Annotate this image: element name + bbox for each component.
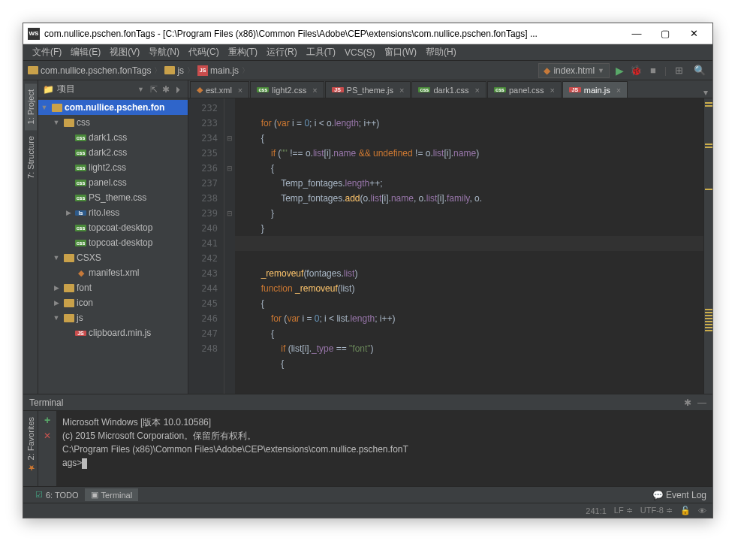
lock-icon[interactable]: 🔓 <box>680 506 691 515</box>
collapse-icon[interactable]: ⇱ <box>150 84 158 95</box>
code-editor[interactable]: for (var i = 0; i < o.length; i++) { if … <box>235 98 703 394</box>
cursor <box>82 458 87 469</box>
project-sidebar: 📁 项目 ▼ ⇱ ✱ ⏵ ▼com.nullice.pschen.fon ▼cs… <box>38 80 188 394</box>
todo-tab[interactable]: ☑6: TODO <box>29 488 85 501</box>
search-icon[interactable]: 🔍 <box>691 65 708 76</box>
tree-file[interactable]: JSclipboard.min.js <box>38 325 188 340</box>
app-icon: WS <box>28 28 40 40</box>
titlebar: WS com.nullice.pschen.fonTags - [C:\Prog… <box>23 23 712 44</box>
bottom-toolbar: ☑6: TODO ▣Terminal 💬 Event Log <box>23 486 712 503</box>
close-terminal-button[interactable]: ✕ <box>44 431 51 441</box>
menu-file[interactable]: 文件(F) <box>28 44 66 60</box>
ide-window: WS com.nullice.pschen.fonTags - [C:\Prog… <box>23 23 713 518</box>
tree-file[interactable]: ▶lsrito.less <box>38 205 188 220</box>
sidebar-header: 📁 项目 ▼ ⇱ ✱ ⏵ <box>38 80 188 98</box>
gear-icon[interactable]: ✱ <box>162 84 170 95</box>
editor-body[interactable]: 232 233 234 235 236 237 238 239 240 241 … <box>188 98 712 394</box>
event-log-button[interactable]: 💬 Event Log <box>652 490 706 500</box>
project-tree: ▼com.nullice.pschen.fon ▼css cssdark1.cs… <box>38 98 188 394</box>
menu-edit[interactable]: 编辑(E) <box>66 44 105 60</box>
tree-folder-js[interactable]: ▼js <box>38 310 188 325</box>
encoding[interactable]: UTF-8 ≑ <box>640 506 673 515</box>
gear-icon[interactable]: ✱ <box>684 397 691 408</box>
favorites-tab[interactable]: ★2: Favorites <box>24 411 37 479</box>
editor-tab[interactable]: cssdark1.css× <box>411 81 486 98</box>
cursor-position[interactable]: 241:1 <box>586 506 607 515</box>
tree-root[interactable]: ▼com.nullice.pschen.fon <box>38 100 188 115</box>
sidebar-title: 项目 <box>57 83 137 95</box>
tree-file[interactable]: csspanel.css <box>38 175 188 190</box>
folder-icon <box>164 66 175 74</box>
close-button[interactable]: ✕ <box>679 24 708 44</box>
tabs-dropdown-icon[interactable]: ▾ <box>699 87 712 98</box>
editor-tab-active[interactable]: JSmain.js× <box>562 81 628 98</box>
stop-button[interactable]: ■ <box>648 65 658 76</box>
folder-icon <box>28 66 38 74</box>
tree-file[interactable]: ◆manifest.xml <box>38 265 188 280</box>
menubar: 文件(F) 编辑(E) 视图(V) 导航(N) 代码(C) 重构(T) 运行(R… <box>23 44 712 61</box>
hide-icon[interactable]: ⏵ <box>174 84 183 95</box>
maximize-button[interactable]: ▢ <box>651 24 679 44</box>
navbar: com.nullice.pschen.fonTags 〉 js 〉 JSmain… <box>23 61 712 80</box>
terminal-panel: Terminal ✱ — ★2: Favorites + ✕ Microsoft… <box>23 394 712 486</box>
editor-tab[interactable]: csslight2.css× <box>250 81 324 98</box>
close-tab-icon[interactable]: × <box>312 86 317 95</box>
editor-tab[interactable]: ◆est.xml× <box>190 81 249 98</box>
hide-icon[interactable]: — <box>697 397 706 408</box>
tree-folder-font[interactable]: ▶font <box>38 280 188 295</box>
menu-vcs[interactable]: VCS(S) <box>340 46 380 59</box>
tree-file[interactable]: cssdark1.css <box>38 130 188 145</box>
editor-tab[interactable]: JSPS_theme.js× <box>325 81 411 98</box>
minimap-scrollbar[interactable] <box>703 98 712 394</box>
menu-help[interactable]: 帮助(H) <box>421 44 461 60</box>
tree-file[interactable]: csstopcoat-desktop <box>38 235 188 250</box>
terminal-title: Terminal <box>29 397 684 408</box>
menu-code[interactable]: 代码(C) <box>184 44 224 60</box>
run-config-dropdown[interactable]: ◆index.html▼ <box>538 63 610 78</box>
tree-folder-css[interactable]: ▼css <box>38 115 188 130</box>
layout-icon[interactable]: ⊞ <box>673 65 685 76</box>
editor-area: ◆est.xml× csslight2.css× JSPS_theme.js× … <box>188 80 712 394</box>
chevron-right-icon: 〉 <box>187 65 194 76</box>
close-tab-icon[interactable]: × <box>550 86 554 95</box>
menu-window[interactable]: 窗口(W) <box>380 44 421 60</box>
project-tool-tab[interactable]: 1: Project <box>25 83 37 130</box>
chevron-right-icon: 〉 <box>242 65 249 76</box>
tree-file[interactable]: csstopcoat-desktop <box>38 220 188 235</box>
minimize-button[interactable]: — <box>622 24 651 44</box>
statusbar: 241:1 LF ≑ UTF-8 ≑ 🔓 👁 <box>23 503 712 518</box>
menu-navigate[interactable]: 导航(N) <box>144 44 184 60</box>
breadcrumb-file[interactable]: JSmain.js <box>197 65 239 76</box>
inspector-icon[interactable]: 👁 <box>698 506 706 515</box>
close-tab-icon[interactable]: × <box>616 86 621 95</box>
favorites-gutter: ★2: Favorites <box>23 411 38 486</box>
close-tab-icon[interactable]: × <box>399 86 404 95</box>
close-tab-icon[interactable]: × <box>238 86 242 95</box>
breadcrumb-folder[interactable]: js <box>164 65 184 76</box>
terminal-tab[interactable]: ▣Terminal <box>85 488 139 501</box>
editor-tabs: ◆est.xml× csslight2.css× JSPS_theme.js× … <box>188 80 712 98</box>
line-separator[interactable]: LF ≑ <box>614 506 633 515</box>
breadcrumb: com.nullice.pschen.fonTags 〉 js 〉 JSmain… <box>28 65 251 76</box>
tree-file[interactable]: cssdark2.css <box>38 145 188 160</box>
run-button[interactable]: ▶ <box>616 65 624 77</box>
terminal-content[interactable]: Microsoft Windows [版本 10.0.10586] (c) 20… <box>56 411 712 486</box>
debug-button[interactable]: 🐞 <box>630 65 642 76</box>
js-icon: JS <box>197 65 208 76</box>
menu-tools[interactable]: 工具(T) <box>302 44 340 60</box>
menu-view[interactable]: 视图(V) <box>105 44 144 60</box>
terminal-toolbar: + ✕ <box>38 411 56 486</box>
structure-tool-tab[interactable]: 7: Structure <box>25 130 37 185</box>
menu-refactor[interactable]: 重构(T) <box>224 44 262 60</box>
editor-tab[interactable]: csspanel.css× <box>487 81 562 98</box>
tree-file[interactable]: cssPS_theme.css <box>38 190 188 205</box>
window-title: com.nullice.pschen.fonTags - [C:\Program… <box>44 29 622 39</box>
menu-run[interactable]: 运行(R) <box>262 44 302 60</box>
close-tab-icon[interactable]: × <box>474 86 479 95</box>
tree-folder-csxs[interactable]: ▼CSXS <box>38 250 188 265</box>
line-gutter: 232 233 234 235 236 237 238 239 240 241 … <box>188 98 224 394</box>
tree-file[interactable]: csslight2.css <box>38 160 188 175</box>
new-terminal-button[interactable]: + <box>44 414 50 426</box>
breadcrumb-root[interactable]: com.nullice.pschen.fonTags <box>28 65 151 76</box>
tree-folder-icon[interactable]: ▶icon <box>38 295 188 310</box>
